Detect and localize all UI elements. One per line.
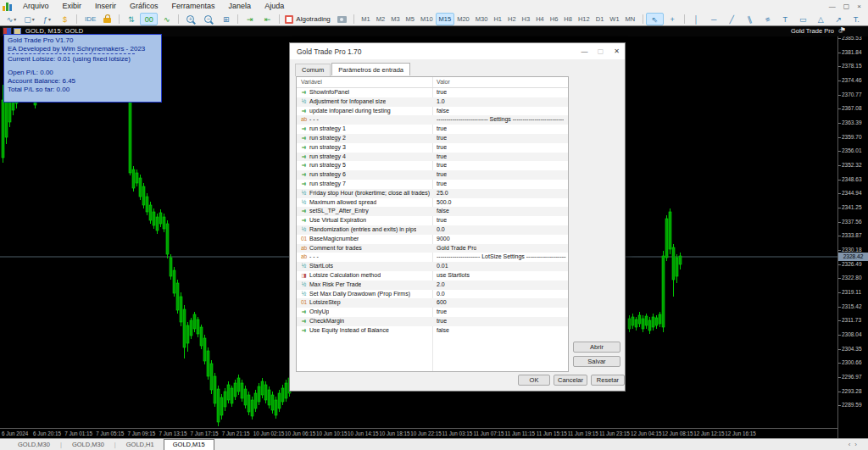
param-row-18-[interactable]: ab- - ----------------------- LotSize Se…	[297, 253, 568, 262]
param-row-5-run-strategy-2[interactable]: ⇉run strategy 2true	[297, 134, 568, 143]
param-value[interactable]: 600	[437, 298, 447, 308]
param-row-10-run-strategy-7[interactable]: ⇉run strategy 7true	[297, 180, 568, 189]
chart-tab-2-gold-h1[interactable]: GOLD,H1	[117, 439, 164, 450]
param-value[interactable]: 1.0	[437, 97, 445, 107]
param-value[interactable]: 0.0	[437, 290, 445, 299]
auto-scroll-icon[interactable]: ⇤	[259, 13, 276, 25]
tile-windows-icon[interactable]: ⊞	[217, 13, 235, 25]
timeframe-m1[interactable]: M1	[359, 13, 373, 25]
chart-style-icon[interactable]: ∿▾	[3, 13, 20, 25]
param-value[interactable]: 2.0	[437, 281, 445, 290]
menu-item-gr-ficos[interactable]: Gráficos	[123, 0, 165, 13]
param-row-24-onlyup[interactable]: ⇉OnlyUptrue	[297, 308, 568, 317]
param-value[interactable]: 0.01	[437, 262, 448, 271]
timeframe-h2[interactable]: H2	[504, 13, 519, 25]
param-row-8-run-strategy-5[interactable]: ⇉run strategy 5true	[297, 161, 568, 170]
param-row-21-max-risk-per-trade[interactable]: ½Max Risk Per Trade2.0	[297, 281, 568, 290]
param-row-13-setsl-tp-after-entry[interactable]: ⇉setSL_TP_After_Entryfalse	[297, 207, 568, 216]
timeframe-m15[interactable]: M15	[436, 13, 454, 25]
timeframe-h12[interactable]: H12	[575, 13, 593, 25]
triangle-icon[interactable]: △	[812, 13, 830, 25]
param-value[interactable]: true	[437, 317, 447, 326]
symbol-dollar-icon[interactable]: $	[56, 13, 74, 25]
param-row-25-checkmargin[interactable]: ⇉CheckMargintrue	[297, 317, 568, 326]
abrir-button[interactable]: Abrir	[573, 342, 620, 353]
channel-icon[interactable]: ∥	[741, 13, 759, 25]
param-row-23-lotsizestep[interactable]: 01LotsizeStep600	[297, 298, 568, 308]
param-row-26-use-equity-instead-of-balance[interactable]: ⇉Use Equity Instead of Balancefalse	[297, 326, 568, 336]
resetar-button[interactable]: Resetar	[591, 375, 625, 386]
arrow-icon[interactable]: ↗	[830, 13, 848, 25]
param-value[interactable]: true	[437, 170, 447, 180]
profiles-icon[interactable]: ▢▾	[20, 13, 38, 25]
param-value[interactable]: true	[437, 308, 447, 317]
param-value[interactable]: 500.0	[437, 198, 452, 208]
timeframe-h6[interactable]: H6	[547, 13, 561, 25]
timeframe-w1[interactable]: W1	[607, 13, 622, 25]
timeframe-d1[interactable]: D1	[593, 13, 607, 25]
price-axis[interactable]: 2328.42 2385.532381.842378.152374.462370…	[837, 36, 868, 438]
cancelar-button[interactable]: Cancelar	[554, 375, 587, 386]
line-chart-icon[interactable]: ∿	[158, 13, 175, 25]
dialog-titlebar[interactable]: Gold Trade Pro 1.70 — ▢ ✕	[290, 43, 625, 59]
param-row-19-startlots[interactable]: ½StartLots0.01	[297, 262, 568, 271]
param-row-2-update-infopanel-during-testing[interactable]: ⇉update infopanel during testingfalse	[297, 107, 568, 116]
param-value[interactable]: true	[437, 88, 447, 97]
param-value[interactable]: true	[437, 161, 447, 170]
candles-chart-icon[interactable]: 00	[140, 13, 158, 25]
param-row-12-maximum-allowed-spread[interactable]: ½Maximum allowed spread500.0	[297, 198, 568, 208]
param-value[interactable]: Gold Trade Pro	[437, 244, 476, 253]
time-axis[interactable]: 6 Jun 20246 Jun 20:157 Jun 01:157 Jun 05…	[0, 428, 837, 438]
param-value[interactable]: true	[437, 134, 447, 143]
price-label-icon[interactable]: T.	[848, 13, 865, 25]
ea-indicator[interactable]: Gold Trade Pro ☺	[791, 27, 844, 35]
chart-tab-0-gold-m30[interactable]: GOLD,M30	[8, 439, 59, 450]
param-row-6-run-strategy-3[interactable]: ⇉run strategy 3true	[297, 143, 568, 153]
menu-item-arquivo[interactable]: Arquivo	[16, 0, 56, 13]
timeframe-m2[interactable]: M2	[373, 13, 387, 25]
param-value[interactable]: true	[437, 180, 447, 189]
param-value[interactable]: true	[437, 125, 447, 134]
param-row-14-use-virtual-expiration[interactable]: ⇉Use Virtual Expirationtrue	[297, 216, 568, 225]
param-value[interactable]: 0.0	[437, 225, 445, 235]
trendline-icon[interactable]: ╱	[723, 13, 741, 25]
param-row-11-friday-stop-hour-brokertime-close-all-trades[interactable]: ½Friday stop Hour (brokertime; close all…	[297, 189, 568, 198]
menu-item-inserir[interactable]: Inserir	[88, 0, 123, 13]
param-row-22-set-max-daily-drawdown-prop-firms[interactable]: ½Set Max Daily Drawdown (Prop Firms)0.0	[297, 290, 568, 299]
shift-chart-end-icon[interactable]: ⇥	[241, 13, 259, 25]
dialog-close-icon[interactable]: ✕	[609, 43, 625, 59]
dialog-tab-comum[interactable]: Comum	[295, 64, 331, 76]
cursor-icon[interactable]: ⇖	[646, 13, 664, 25]
param-row-9-run-strategy-6[interactable]: ⇉run strategy 6true	[297, 170, 568, 180]
indicators-icon[interactable]: ƒ▾	[38, 13, 56, 25]
param-value[interactable]: true	[437, 216, 447, 225]
timeframe-m5[interactable]: M5	[403, 13, 417, 25]
param-row-1-adjustment-for-infopanel-size[interactable]: ½Adjustment for Infopanel size1.0	[297, 97, 568, 107]
param-value[interactable]: 25.0	[437, 189, 448, 198]
horizontal-line-icon[interactable]: ─	[705, 13, 723, 25]
timeframe-mn[interactable]: MN	[622, 13, 638, 25]
menu-item-ajuda[interactable]: Ajuda	[258, 0, 291, 13]
pin-icon[interactable]: ⚑	[840, 26, 846, 34]
timeframe-m10[interactable]: M10	[418, 13, 437, 25]
zoom-in-icon[interactable]	[181, 13, 199, 25]
fibonacci-icon[interactable]: ≡	[759, 13, 776, 25]
dialog-tab-par-metros-de-entrada[interactable]: Parâmetros de entrada	[331, 63, 410, 75]
tab-scroll-arrows[interactable]: ‹›	[849, 441, 861, 448]
param-value[interactable]: false	[437, 207, 449, 216]
chart-tab-1-gold-m30[interactable]: GOLD,M30	[63, 439, 114, 450]
ide-button[interactable]: IDE	[80, 13, 98, 25]
timeframe-m3[interactable]: M3	[388, 13, 403, 25]
vertical-line-icon[interactable]: │	[687, 13, 705, 25]
param-row-20-lotsize-calculation-method[interactable]: ◨Lotsize Calculation methoduse Startlots	[297, 271, 568, 281]
tab-scroll-right-icon[interactable]: ›	[854, 441, 861, 448]
param-value[interactable]: true	[437, 143, 447, 153]
screenshot-camera-icon[interactable]	[333, 13, 351, 25]
restore-icon[interactable]: ▢	[843, 0, 850, 13]
ok-button[interactable]: OK	[518, 375, 550, 386]
param-value[interactable]: ---------------------- LotSize Settings …	[437, 253, 566, 262]
timeframe-h1[interactable]: H1	[491, 13, 505, 25]
timeframe-m20[interactable]: M20	[454, 13, 473, 25]
timeframe-h3[interactable]: H3	[519, 13, 533, 25]
minimize-icon[interactable]: —	[829, 0, 836, 13]
